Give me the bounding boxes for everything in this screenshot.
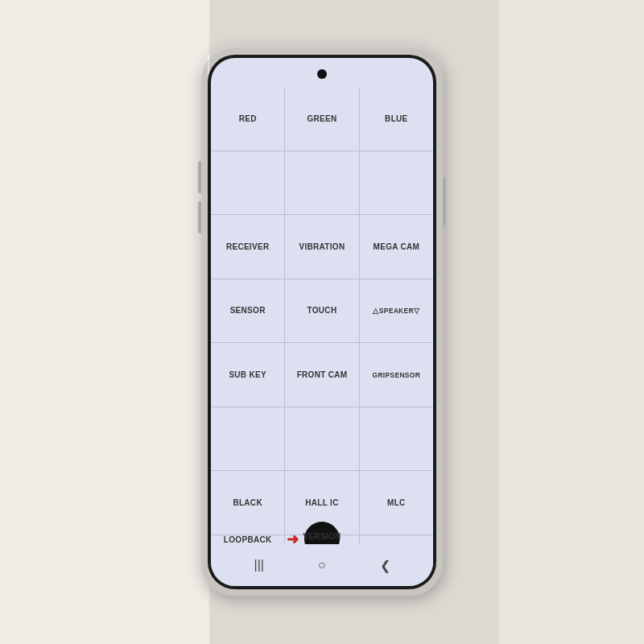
grid-cell-red[interactable]: RED (211, 87, 284, 151)
grid-cell-black[interactable]: BLACK (211, 471, 284, 535)
grid-cell-empty5[interactable] (285, 407, 358, 471)
phone: REDGREENBLUERECEIVERVIBRATIONMEGA CAMSEN… (201, 48, 443, 596)
screen: REDGREENBLUERECEIVERVIBRATIONMEGA CAMSEN… (211, 58, 433, 586)
grid-cell-loopback[interactable]: LOOPBACK (211, 535, 284, 544)
volume-down-button[interactable] (198, 201, 201, 233)
power-button[interactable] (443, 177, 446, 225)
recent-apps-button[interactable]: ||| (254, 558, 263, 572)
grid-cell-empty7[interactable] (360, 535, 433, 544)
cell-label-touch: TOUCH (308, 306, 337, 315)
grid-cell-empty3[interactable] (360, 151, 433, 215)
grid-cell-sensor[interactable]: SENSOR (211, 279, 284, 343)
cell-label-version: VERSION (303, 532, 341, 541)
diagnostic-grid: REDGREENBLUERECEIVERVIBRATIONMEGA CAMSEN… (211, 87, 433, 544)
grid-cell-gripsensor[interactable]: GRIPSENSOR (360, 343, 433, 407)
cell-label-hall-ic: HALL IC (305, 498, 338, 507)
grid-cell-touch[interactable]: TOUCH (285, 279, 358, 343)
cell-label-mlc: MLC (387, 498, 406, 507)
screen-bezel: REDGREENBLUERECEIVERVIBRATIONMEGA CAMSEN… (208, 55, 436, 589)
scene: REDGREENBLUERECEIVERVIBRATIONMEGA CAMSEN… (0, 0, 644, 644)
cell-label-loopback: LOOPBACK (224, 535, 272, 544)
home-button[interactable]: ○ (318, 558, 326, 572)
nav-bar: ||| ○ ❮ (211, 544, 433, 586)
cell-label-vibration: VIBRATION (299, 242, 345, 251)
grid-cell-version[interactable]: ➜VERSION (285, 535, 358, 544)
grid-cell-mlc[interactable]: MLC (360, 471, 433, 535)
grid-cell-empty1[interactable] (211, 151, 284, 215)
volume-up-button[interactable] (198, 161, 201, 193)
grid-cell-mega-cam[interactable]: MEGA CAM (360, 215, 433, 279)
grid-cell-front-cam[interactable]: FRONT CAM (285, 343, 358, 407)
grid-cell-green[interactable]: GREEN (285, 87, 358, 151)
grid-cell-vibration[interactable]: VIBRATION (285, 215, 358, 279)
grid-cell-empty4[interactable] (211, 407, 284, 471)
grid-cell-speaker[interactable]: △SPEAKER▽ (360, 279, 433, 343)
cell-label-black: BLACK (233, 498, 262, 507)
cell-label-red: RED (239, 114, 257, 123)
grid-cell-empty2[interactable] (285, 151, 358, 215)
cell-label-mega-cam: MEGA CAM (374, 242, 420, 251)
grid-cell-empty6[interactable] (360, 407, 433, 471)
grid-cell-blue[interactable]: BLUE (360, 87, 433, 151)
front-camera (317, 69, 327, 79)
cell-label-gripsensor: GRIPSENSOR (372, 371, 420, 379)
cell-label-receiver: RECEIVER (226, 242, 270, 251)
bg-left (0, 0, 209, 644)
back-button[interactable]: ❮ (380, 558, 390, 573)
cell-label-front-cam: FRONT CAM (297, 370, 348, 379)
grid-cell-sub-key[interactable]: SUB KEY (211, 343, 284, 407)
cell-label-sub-key: SUB KEY (229, 370, 266, 379)
cell-label-sensor: SENSOR (230, 306, 266, 315)
cell-label-speaker: △SPEAKER▽ (373, 307, 419, 315)
cell-label-blue: BLUE (385, 114, 407, 123)
cell-label-green: GREEN (307, 114, 336, 123)
grid-cell-receiver[interactable]: RECEIVER (211, 215, 284, 279)
bg-right (499, 0, 644, 644)
